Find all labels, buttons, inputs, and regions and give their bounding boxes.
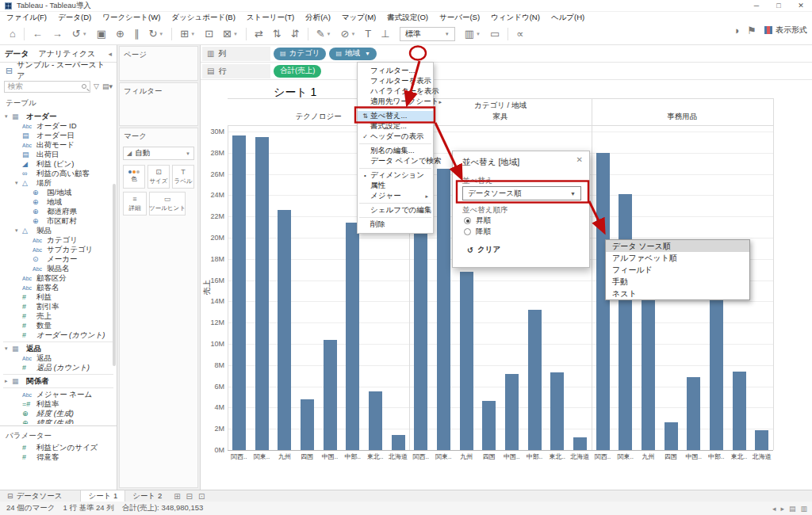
- toolbar-presentation-mode-button[interactable]: ▭: [485, 25, 504, 43]
- maximize-button[interactable]: □: [768, 0, 790, 12]
- minimize-button[interactable]: ─: [745, 0, 768, 12]
- context-menu-item-フィルター...[interactable]: フィルター...: [358, 66, 433, 76]
- columns-shelf[interactable]: ▥ 列 ▤ カテゴリ ▤ 地域 ▼: [201, 45, 812, 63]
- toolbar-show-hide-cards-button[interactable]: ▥▼: [460, 25, 485, 43]
- context-menu-item-削除[interactable]: 削除: [358, 219, 433, 230]
- toolbar-sort-ascending-button[interactable]: ⇅: [268, 25, 286, 43]
- bar-家具-九州[interactable]: [460, 272, 473, 450]
- radio-ascending[interactable]: 昇順: [464, 216, 491, 226]
- next-arrow-icon[interactable]: ▸: [780, 505, 784, 513]
- toolbar-new-data-source-button[interactable]: ⊕: [111, 25, 129, 43]
- bar-事務用品-九州[interactable]: [642, 288, 655, 450]
- new-worksheet-icon[interactable]: ⊞: [174, 492, 180, 501]
- view-toggle-icon[interactable]: ▤: [789, 505, 796, 513]
- field-売上[interactable]: #売上: [0, 311, 117, 321]
- pill-region[interactable]: ▤ 地域 ▼: [329, 48, 377, 60]
- field-顧客区分[interactable]: Abc顧客区分: [0, 273, 117, 283]
- menubar-item-1[interactable]: データ(D): [58, 13, 91, 23]
- field-数量[interactable]: #数量: [0, 321, 117, 330]
- tree-caret-icon[interactable]: ▾: [15, 180, 22, 186]
- pages-card[interactable]: ページ: [119, 46, 198, 81]
- toolbar-sort-descending-button[interactable]: ⇵: [286, 25, 304, 43]
- context-menu-item-ヘッダーの表示[interactable]: ✓ヘッダーの表示: [358, 132, 433, 142]
- flag-icon[interactable]: ⚑: [747, 25, 756, 36]
- tooltip-button[interactable]: ▭ ツールヒント: [149, 192, 186, 216]
- context-menu-item-データ ペインで検索[interactable]: データ ペインで検索: [358, 156, 433, 166]
- filters-card[interactable]: フィルター: [119, 82, 198, 126]
- menubar-item-3[interactable]: ダッシュボード(B): [171, 13, 236, 23]
- field-メーカー[interactable]: ⊙メーカー: [0, 254, 117, 264]
- bar-テクノロジー-中国..[interactable]: [324, 340, 337, 450]
- field-経度 (生成)[interactable]: ⊕経度 (生成): [0, 409, 117, 418]
- menubar-item-6[interactable]: マップ(M): [342, 13, 376, 23]
- toolbar-back-button[interactable]: ←: [28, 25, 48, 43]
- datasource-row[interactable]: ⊟ サンプル - スーパーストア: [0, 63, 117, 78]
- close-icon[interactable]: ✕: [576, 155, 583, 164]
- menubar-item-7[interactable]: 書式設定(O): [387, 13, 428, 23]
- field-場所[interactable]: ▾△場所: [0, 178, 117, 188]
- new-dashboard-icon[interactable]: ⊟: [186, 492, 193, 501]
- tab-analytics[interactable]: アナリティクス: [38, 48, 95, 59]
- context-menu-item-シェルフでの編集[interactable]: シェルフでの編集: [358, 205, 433, 216]
- menubar-item-4[interactable]: ストーリー(T): [247, 13, 294, 23]
- bar-事務用品-東北..[interactable]: [733, 372, 746, 450]
- field-利益率[interactable]: =#利益率: [0, 399, 117, 409]
- toolbar-show-mark-labels-button[interactable]: T: [360, 25, 376, 43]
- view-options-icon[interactable]: ▤▾: [102, 83, 113, 90]
- bar-テクノロジー-四国[interactable]: [301, 399, 314, 450]
- field-出荷モード[interactable]: Abc出荷モード: [0, 140, 117, 150]
- toolbar-forward-button[interactable]: →: [48, 25, 67, 43]
- field-都道府県[interactable]: ⊕都道府県: [0, 207, 117, 216]
- bar-事務用品-四国[interactable]: [665, 422, 678, 450]
- tab-sheet-2[interactable]: シート 2: [125, 490, 169, 502]
- field-関係者[interactable]: ▸▦関係者: [0, 376, 117, 386]
- mark-type-dropdown[interactable]: ◢ 自動 ▼: [123, 147, 194, 160]
- data-guide-icon[interactable]: ◑: [733, 25, 739, 36]
- context-menu-item-別名の編集...[interactable]: 別名の編集...: [358, 146, 433, 156]
- field-返品 (カウント)[interactable]: #返品 (カウント): [0, 363, 117, 372]
- field-緯度 (生成)[interactable]: ⊕緯度 (生成): [0, 418, 117, 424]
- bar-事務用品-中国..[interactable]: [687, 377, 700, 451]
- field-市区町村[interactable]: ⊕市区町村: [0, 216, 117, 226]
- sort-option-データ ソース順[interactable]: データ ソース順: [606, 240, 749, 252]
- toolbar-home-button[interactable]: ⌂: [5, 25, 21, 43]
- field-利益の高い顧客[interactable]: ∞利益の高い顧客: [0, 169, 117, 178]
- sort-option-フィールド[interactable]: フィールド: [606, 264, 749, 276]
- sort-option-手動[interactable]: 手動: [606, 276, 749, 288]
- bar-事務用品-関西..[interactable]: [596, 153, 610, 450]
- search-input[interactable]: 検索: [4, 81, 90, 93]
- color-button[interactable]: 色: [123, 165, 145, 189]
- context-menu-item-ハイライターを表示[interactable]: ハイライターを表示: [358, 86, 433, 97]
- menubar-item-5[interactable]: 分析(A): [305, 13, 331, 23]
- menubar-item-8[interactable]: サーバー(S): [439, 13, 480, 23]
- field-オーダー ID[interactable]: Abcオーダー ID: [0, 121, 117, 131]
- fit-selector[interactable]: 標準▼: [400, 27, 455, 41]
- tab-sheet-1[interactable]: シート 1: [80, 490, 125, 502]
- field-製品[interactable]: ▾△製品: [0, 226, 117, 235]
- filter-fields-icon[interactable]: ▽: [94, 83, 99, 90]
- toolbar-highlight-button[interactable]: ✎▼: [312, 25, 336, 43]
- menubar-item-10[interactable]: ヘルプ(H): [551, 13, 584, 23]
- toolbar-duplicate-button[interactable]: ⊡: [200, 25, 218, 43]
- detail-button[interactable]: ≡ 詳細: [123, 192, 147, 216]
- field-サブカテゴリ[interactable]: Abcサブカテゴリ: [0, 245, 117, 254]
- toolbar-swap-rows-columns-button[interactable]: ⇄: [250, 25, 268, 43]
- bar-家具-中部..[interactable]: [528, 310, 542, 450]
- field-list-scrollbar[interactable]: [113, 184, 116, 366]
- pill-sum-sales[interactable]: 合計(売上): [274, 65, 321, 78]
- field-返品[interactable]: ▾▦返品: [0, 344, 117, 353]
- field-製品名[interactable]: Abc製品名: [0, 264, 117, 273]
- field-返品[interactable]: Abc返品: [0, 353, 117, 363]
- context-menu-item-並べ替え...[interactable]: ⇅並べ替え...: [358, 111, 433, 121]
- prev-arrow-icon[interactable]: ◂: [772, 505, 776, 513]
- tab-data[interactable]: データ: [5, 48, 29, 59]
- sort-option-ネスト[interactable]: ネスト: [606, 288, 749, 299]
- menubar-item-2[interactable]: ワークシート(W): [102, 13, 160, 23]
- pill-menu-caret-icon[interactable]: ▼: [365, 51, 370, 56]
- clear-button[interactable]: ↺ クリア: [467, 245, 500, 255]
- context-menu-item-ディメンション[interactable]: •ディメンション: [358, 170, 433, 181]
- toolbar-save-button[interactable]: ▣: [92, 25, 111, 43]
- sort-by-dropdown[interactable]: データソース順 ▼: [462, 186, 581, 200]
- bar-事務用品-北海道[interactable]: [755, 430, 768, 451]
- toolbar-run-auto-updates-button[interactable]: ↻▼: [144, 25, 168, 43]
